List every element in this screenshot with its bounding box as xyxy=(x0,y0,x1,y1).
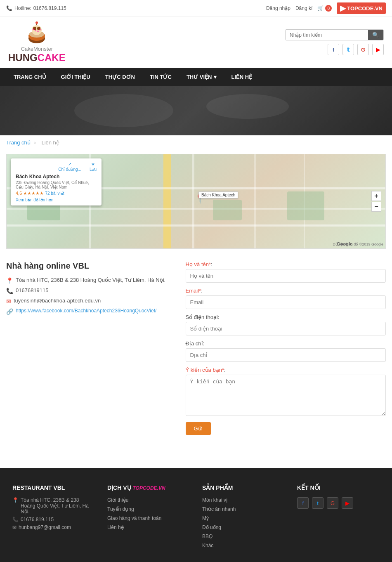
link-icon: 🔗 xyxy=(6,308,13,315)
footer-col-1: RESTAURANT VBL 📍 Tòa nhà HTC, 236B & 238… xyxy=(12,484,95,552)
svg-point-10 xyxy=(33,29,34,30)
nav-contact[interactable]: LIÊN HỆ xyxy=(224,68,260,86)
youtube-icon[interactable]: ▶ xyxy=(372,44,384,55)
save-action[interactable]: ★ Lưu xyxy=(90,162,97,172)
svg-point-9 xyxy=(35,21,38,24)
svg-point-14 xyxy=(206,94,289,119)
footer-location-icon: 📍 xyxy=(12,497,19,503)
breadcrumb-home[interactable]: Trang chủ xyxy=(6,139,31,146)
footer-twitter-icon[interactable]: t xyxy=(312,497,324,509)
footer-address-item: 📍 Tòa nhà HTC, 236B & 238 Hoàng Quốc Việ… xyxy=(12,497,95,515)
footer-service-4[interactable]: Liên hệ xyxy=(107,524,190,530)
footer-youtube-icon[interactable]: ▶ xyxy=(342,497,353,509)
cart-icon[interactable]: 🛒 0 xyxy=(317,5,332,12)
email-input[interactable] xyxy=(186,295,386,309)
svg-point-7 xyxy=(37,31,39,32)
email-item: ✉ tuyensinh@bachkhoa-aptech.edu.vn xyxy=(6,298,173,305)
search-input[interactable] xyxy=(286,30,368,40)
svg-rect-21 xyxy=(254,154,256,248)
nav-menu[interactable]: THỰC ĐƠN xyxy=(98,68,142,86)
nav-news[interactable]: TIN TỨC xyxy=(142,68,179,86)
cart-count: 0 xyxy=(325,5,332,12)
submit-button[interactable]: Gửi xyxy=(186,422,211,435)
contact-form: Họ và tên*: Email*: Số điện thoại: Địa c… xyxy=(186,261,386,435)
phone-input[interactable] xyxy=(186,322,386,335)
email-required: * xyxy=(199,288,201,294)
footer: RESTAURANT VBL 📍 Tòa nhà HTC, 236B & 238… xyxy=(0,468,392,562)
zoom-in-button[interactable]: + xyxy=(371,191,381,201)
address-text: Tòa nhà HTC, 236B & 238 Hoàng Quốc Việt,… xyxy=(16,277,165,283)
footer-facebook-icon[interactable]: f xyxy=(297,497,309,509)
svg-rect-15 xyxy=(163,154,171,248)
footer-product-3[interactable]: Mỳ xyxy=(202,515,285,521)
svg-rect-18 xyxy=(7,224,385,227)
email-group: Email*: xyxy=(186,288,386,309)
footer-email-icon: ✉ xyxy=(12,524,17,530)
email-text: tuyensinh@bachkhoa-aptech.edu.vn xyxy=(14,298,101,304)
footer-phone-icon: 📞 xyxy=(12,517,19,522)
email-icon: ✉ xyxy=(6,298,11,305)
place-name: Bách Khoa Aptech xyxy=(16,174,97,179)
google-icon[interactable]: G xyxy=(357,44,369,55)
footer-google-icon[interactable]: G xyxy=(327,497,338,509)
footer-product-list: Món khai vị Thức ăn nhanh Mỳ Đồ uống BBQ… xyxy=(202,497,285,548)
comment-label: Ý kiến của bạn*: xyxy=(186,367,386,373)
login-link[interactable]: Đăng nhập xyxy=(266,5,290,11)
search-button[interactable]: 🔍 xyxy=(368,30,383,40)
map-pin-label: Bách Khoa Aptech xyxy=(198,191,238,198)
restaurant-title: Nhà hàng online VBL xyxy=(6,261,173,271)
view-larger-map[interactable]: Xem bản đồ lớn hơn xyxy=(16,198,97,202)
social-icons: f 𝕥 G ▶ xyxy=(328,44,384,55)
top-bar: 📞 Hotline: 01676.819.115 Đăng nhập Đăng … xyxy=(0,0,392,17)
contact-section: Nhà hàng online VBL 📍 Tòa nhà HTC, 236B … xyxy=(6,261,386,435)
zoom-out-button[interactable]: − xyxy=(371,202,381,212)
comment-group: Ý kiến của bạn*: xyxy=(186,367,386,417)
footer-service-3[interactable]: Giao hàng và thanh toán xyxy=(107,515,190,521)
twitter-icon[interactable]: 𝕥 xyxy=(342,44,354,55)
name-group: Họ và tên*: xyxy=(186,261,386,283)
footer-product-6[interactable]: Khác xyxy=(202,543,285,548)
hotline-label: Hotline: xyxy=(14,5,31,11)
svg-rect-12 xyxy=(0,86,392,135)
footer-address: Tòa nhà HTC, 236B & 238 Hoàng Quốc Việt,… xyxy=(21,497,95,515)
hotline-section: 📞 Hotline: 01676.819.115 xyxy=(6,5,66,11)
facebook-icon[interactable]: f xyxy=(328,44,339,55)
footer-service-1[interactable]: Giới thiệu xyxy=(107,497,190,503)
nav-home[interactable]: TRANG CHỦ xyxy=(6,68,54,86)
svg-rect-25 xyxy=(287,191,324,220)
header: CakeMonster HUNGCAKE 🔍 f 𝕥 G ▶ xyxy=(0,17,392,68)
phone-contact-icon: 📞 xyxy=(6,288,13,294)
place-address: 238 Đường Hoàng Quốc Việt, Cổ Nhuế, Cầu … xyxy=(16,180,97,189)
footer-phone: 01676.819.115 xyxy=(21,517,54,522)
svg-point-13 xyxy=(74,94,173,127)
footer-service-2[interactable]: Tuyển dụng xyxy=(107,506,190,512)
logo-monster-text: CakeMonster xyxy=(21,46,53,52)
footer-product-2[interactable]: Thức ăn nhanh xyxy=(202,506,285,512)
name-input[interactable] xyxy=(186,269,386,283)
footer-col-4: KẾT NỐI f t G ▶ xyxy=(297,484,380,552)
facebook-link[interactable]: https://www.facebook.com/BachkhoaAptech2… xyxy=(16,308,156,314)
footer-phone-item: 📞 01676.819.115 xyxy=(12,517,95,522)
name-required: * xyxy=(209,261,211,267)
footer-grid: RESTAURANT VBL 📍 Tòa nhà HTC, 236B & 238… xyxy=(12,484,380,552)
map-info-box: ↗ Chỉ đường... ★ Lưu Bách Khoa Aptech 23… xyxy=(11,158,102,205)
map-container[interactable]: Google Dữ liệu bản đồ ©2019 Google ↗ Chỉ… xyxy=(6,154,386,249)
breadcrumb-current: Liên hệ xyxy=(41,139,59,146)
address-input[interactable] xyxy=(186,348,386,362)
breadcrumb-separator: › xyxy=(34,139,37,146)
footer-col2-title: DỊCH VỤ TopCode.vn xyxy=(107,484,190,491)
svg-point-6 xyxy=(35,30,36,31)
nav-gallery[interactable]: THƯ VIỆN ▾ xyxy=(179,68,224,86)
footer-product-5[interactable]: BBQ xyxy=(202,534,285,539)
nav-about[interactable]: GIỚI THIỆU xyxy=(54,68,98,86)
footer-service-list: Giới thiệu Tuyển dụng Giao hàng và thanh… xyxy=(107,497,190,530)
footer-col4-title: KẾT NỐI xyxy=(297,484,380,491)
footer-product-4[interactable]: Đồ uống xyxy=(202,524,285,530)
comment-textarea[interactable] xyxy=(186,375,386,416)
footer-product-1[interactable]: Món khai vị xyxy=(202,497,285,503)
search-bar[interactable]: 🔍 xyxy=(285,29,384,40)
hero-svg xyxy=(0,86,392,135)
svg-rect-24 xyxy=(213,200,242,220)
register-link[interactable]: Đăng kí xyxy=(295,5,312,11)
direction-action[interactable]: ↗ Chỉ đường... xyxy=(58,162,81,172)
